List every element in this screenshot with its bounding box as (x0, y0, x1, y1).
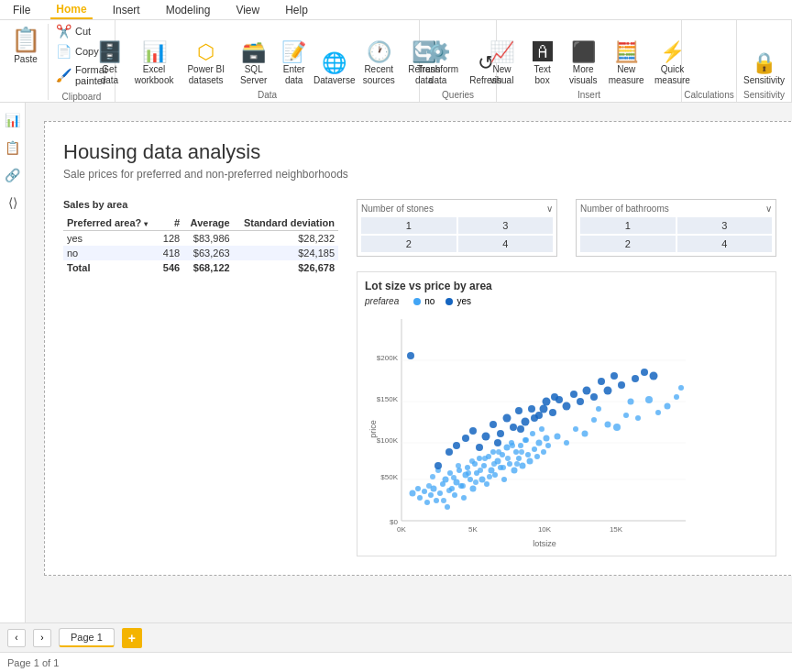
menu-view[interactable]: View (230, 2, 265, 18)
menu-modeling[interactable]: Modeling (160, 2, 216, 18)
svg-point-95 (456, 463, 461, 468)
recent-sources-button[interactable]: 🕐 Recent sources (357, 40, 402, 88)
svg-point-104 (496, 449, 501, 455)
svg-point-45 (484, 481, 490, 487)
svg-point-61 (520, 463, 526, 469)
svg-point-39 (470, 486, 477, 492)
row-std-no: $24,185 (234, 246, 338, 260)
excel-button[interactable]: 📊 Excel workbook (131, 40, 176, 88)
stones-val-1[interactable]: 1 (361, 217, 456, 234)
bathrooms-val-3[interactable]: 3 (677, 217, 773, 234)
svg-point-137 (618, 381, 625, 389)
more-visuals-button[interactable]: ⬛ More visuals (565, 40, 602, 88)
calculations-label: Calculations (684, 90, 733, 100)
svg-point-35 (461, 495, 467, 501)
menu-insert[interactable]: Insert (107, 2, 146, 18)
ribbon: 📋 Paste ✂️ Cut 📄 Copy 🖌️ Format painter … (0, 20, 792, 103)
sql-button[interactable]: 🗃️ SQL Server (236, 40, 272, 88)
bathrooms-val-4[interactable]: 4 (677, 236, 773, 252)
prev-page-button[interactable]: ‹ (7, 629, 26, 647)
svg-point-20 (422, 489, 427, 494)
svg-point-126 (543, 398, 551, 406)
svg-text:lotsize: lotsize (533, 539, 556, 548)
stones-val-2[interactable]: 2 (361, 236, 456, 252)
svg-point-81 (623, 413, 629, 418)
stones-filter-chevron[interactable]: ∨ (546, 204, 553, 214)
bathrooms-filter-chevron[interactable]: ∨ (765, 204, 772, 214)
table-row: yes 128 $83,986 $28,232 (63, 231, 338, 247)
svg-point-107 (510, 443, 515, 448)
sidebar-dax-icon[interactable]: ⟨⟩ (3, 193, 23, 213)
svg-point-63 (525, 452, 531, 457)
new-visual-button[interactable]: 📈 New visual (484, 40, 521, 88)
svg-point-83 (635, 415, 641, 421)
svg-point-141 (540, 405, 548, 413)
svg-point-71 (544, 435, 550, 442)
svg-text:5K: 5K (468, 525, 478, 534)
next-page-button[interactable]: › (33, 629, 51, 647)
svg-point-120 (503, 414, 512, 423)
menu-file[interactable]: File (7, 2, 36, 18)
chart-title: Lot size vs price by area (365, 280, 768, 292)
dataverse-button[interactable]: 🌐 Dataverse (316, 51, 353, 88)
svg-point-87 (674, 394, 679, 400)
svg-point-33 (456, 468, 462, 473)
add-page-button[interactable]: + (122, 628, 142, 648)
svg-point-18 (415, 486, 421, 491)
stones-val-3[interactable]: 3 (458, 217, 554, 234)
stones-val-4[interactable]: 4 (458, 236, 554, 252)
svg-point-37 (465, 465, 470, 470)
sidebar-data-icon[interactable]: 📋 (3, 138, 23, 158)
svg-point-55 (507, 461, 512, 467)
insert-label: Insert (578, 90, 600, 100)
text-box-button[interactable]: 🅰 Text box (524, 40, 561, 88)
col-count[interactable]: # (158, 215, 183, 231)
svg-point-67 (534, 454, 540, 459)
svg-point-64 (527, 458, 534, 465)
paste-button[interactable]: 📋 Paste (4, 24, 49, 100)
sidebar-report-icon[interactable]: 📊 (3, 110, 23, 130)
svg-text:price: price (368, 420, 378, 438)
sales-section-title: Sales by area (63, 199, 338, 210)
dataverse-icon: 🌐 (322, 53, 346, 73)
sensitivity-button[interactable]: 🔒 Sensitivity (740, 51, 788, 88)
transform-data-button[interactable]: ⚙️ Transform data (412, 40, 463, 88)
new-measure-button[interactable]: 🧮 New measure (606, 40, 647, 88)
svg-point-127 (549, 409, 556, 416)
svg-point-72 (545, 443, 551, 448)
sidebar-model-icon[interactable]: 🔗 (3, 165, 23, 185)
svg-point-31 (452, 492, 457, 498)
page-1-tab[interactable]: Page 1 (59, 628, 115, 647)
col-average[interactable]: Average (183, 215, 234, 231)
svg-point-143 (407, 352, 414, 359)
power-bi-datasets-button[interactable]: ⬡ Power BI datasets (181, 40, 232, 88)
legend-yes-label: yes (456, 296, 471, 306)
col-area[interactable]: Preferred area? ▾ (63, 215, 158, 231)
text-box-icon: 🅰 (533, 42, 553, 62)
legend-label: prefarea (365, 296, 399, 306)
svg-point-19 (417, 495, 423, 501)
bathrooms-val-1[interactable]: 1 (580, 217, 676, 234)
svg-point-139 (517, 425, 524, 433)
svg-point-103 (491, 461, 497, 467)
bathrooms-val-2[interactable]: 2 (580, 236, 676, 252)
svg-text:10K: 10K (538, 525, 552, 534)
cut-icon: ✂️ (56, 24, 72, 39)
svg-point-80 (613, 424, 621, 431)
insert-items: 📈 New visual 🅰 Text box ⬛ More visuals 🧮… (484, 24, 695, 88)
bathrooms-filter-grid: 1 3 2 4 (580, 217, 772, 252)
svg-point-93 (446, 488, 452, 493)
get-data-icon: 🗄️ (97, 42, 122, 62)
col-stddev[interactable]: Standard deviation (234, 215, 338, 231)
svg-text:0K: 0K (397, 525, 406, 534)
new-visual-icon: 📈 (490, 42, 514, 62)
svg-point-89 (426, 483, 432, 489)
menu-help[interactable]: Help (280, 2, 314, 18)
svg-point-85 (655, 410, 661, 415)
svg-point-27 (443, 477, 449, 483)
menu-home[interactable]: Home (50, 1, 92, 19)
get-data-button[interactable]: 🗄️ Get data (91, 40, 127, 88)
legend-dot-no (413, 298, 421, 305)
enter-data-button[interactable]: 📝 Enter data (276, 40, 313, 88)
svg-point-76 (582, 431, 588, 437)
